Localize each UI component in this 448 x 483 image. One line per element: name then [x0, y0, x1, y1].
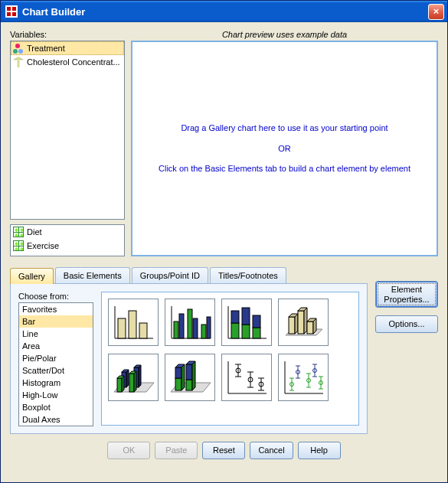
svg-marker-52: [192, 361, 195, 390]
svg-rect-22: [289, 317, 295, 334]
thumb-bar-3d-stacked[interactable]: [165, 354, 215, 401]
panel-variables-list[interactable]: Diet Exercise: [10, 224, 125, 256]
chart-type-pie-polar[interactable]: Pie/Polar: [19, 352, 93, 364]
reset-button[interactable]: Reset: [202, 442, 245, 459]
svg-rect-16: [231, 311, 239, 323]
svg-marker-40: [139, 365, 141, 387]
close-button[interactable]: ×: [428, 4, 444, 20]
variables-column: Variables: Treatment Cholesterol Concent…: [10, 30, 125, 256]
element-properties-button[interactable]: Element Properties...: [375, 281, 438, 308]
chart-type-area[interactable]: Area: [19, 340, 93, 352]
side-buttons: Element Properties... Options...: [375, 267, 438, 333]
svg-marker-43: [134, 371, 136, 392]
chart-type-scatter-dot[interactable]: Scatter/Dot: [19, 364, 93, 377]
chart-type-boxplot[interactable]: Boxplot: [19, 401, 93, 413]
variables-label: Variables:: [10, 30, 125, 39]
chart-type-list[interactable]: Favorites Bar Line Area Pie/Polar Scatte…: [18, 302, 93, 426]
top-row: Variables: Treatment Cholesterol Concent…: [10, 30, 438, 256]
grid-icon: [13, 227, 24, 237]
svg-marker-24: [295, 314, 298, 334]
svg-marker-34: [126, 370, 129, 387]
svg-rect-49: [186, 380, 192, 390]
preview-instruction-2: Click on the Basic Elements tab to build…: [159, 163, 410, 175]
chart-type-line[interactable]: Line: [19, 328, 93, 340]
svg-rect-8: [179, 314, 184, 338]
paste-button: Paste: [155, 442, 198, 459]
svg-rect-2: [118, 318, 126, 338]
tabs-area: Gallery Basic Elements Groups/Point ID T…: [10, 267, 368, 434]
client-area: Variables: Treatment Cholesterol Concent…: [1, 22, 447, 482]
tab-gallery[interactable]: Gallery: [10, 268, 54, 284]
svg-rect-3: [129, 311, 136, 338]
choose-column: Choose from: Favorites Bar Line Area Pie…: [18, 292, 93, 426]
thumb-bar-clustered[interactable]: [165, 299, 215, 346]
svg-rect-19: [253, 328, 260, 338]
svg-rect-46: [175, 367, 181, 378]
help-button[interactable]: Help: [298, 442, 341, 459]
chart-type-high-low[interactable]: High-Low: [19, 389, 93, 401]
variable-name: Cholesterol Concentrat...: [27, 57, 120, 67]
chart-type-favorites[interactable]: Favorites: [19, 303, 93, 315]
svg-rect-11: [201, 325, 206, 338]
ok-button: OK: [107, 442, 150, 459]
chart-type-histogram[interactable]: Histogram: [19, 377, 93, 389]
chart-type-bar[interactable]: Bar: [19, 315, 93, 328]
svg-marker-27: [304, 308, 307, 334]
thumbnails-frame: [101, 292, 359, 426]
app-icon: [5, 5, 18, 18]
svg-rect-12: [207, 317, 211, 338]
svg-marker-37: [122, 376, 124, 392]
variable-name: Diet: [27, 227, 42, 237]
thumb-bar-stacked[interactable]: [221, 299, 272, 346]
nominal-icon: [13, 43, 24, 54]
preview-column: Chart preview uses example data Drag a G…: [131, 30, 438, 256]
variable-item[interactable]: Cholesterol Concentrat...: [11, 55, 124, 69]
svg-rect-41: [129, 374, 134, 392]
bottom-buttons: OK Paste Reset Cancel Help: [10, 434, 438, 462]
svg-rect-18: [242, 308, 250, 325]
tab-titles-footnotes[interactable]: Titles/Footnotes: [210, 267, 286, 283]
variable-item[interactable]: Treatment: [11, 41, 124, 55]
mid-row: Gallery Basic Elements Groups/Point ID T…: [10, 267, 438, 434]
svg-rect-15: [231, 323, 239, 338]
thumb-bar-simple[interactable]: [108, 299, 159, 346]
svg-marker-30: [313, 318, 316, 334]
preview-instruction-or: OR: [278, 143, 291, 155]
tab-basic-elements[interactable]: Basic Elements: [55, 267, 130, 283]
thumb-error-bar-clustered[interactable]: [278, 354, 329, 401]
thumb-error-bar-simple[interactable]: [221, 354, 272, 401]
svg-rect-50: [186, 364, 192, 380]
svg-marker-48: [181, 364, 185, 390]
chart-type-dual-axes[interactable]: Dual Axes: [19, 413, 93, 426]
svg-rect-25: [298, 311, 304, 334]
gallery-panel: Choose from: Favorites Bar Line Area Pie…: [10, 284, 368, 434]
panel-variable-item[interactable]: Exercise: [11, 239, 124, 253]
window-title: Chart Builder: [22, 6, 85, 18]
chart-builder-window: Chart Builder × Variables: Treatment Cho…: [0, 0, 448, 483]
grid-icon: [13, 240, 24, 251]
variable-name: Exercise: [27, 241, 59, 250]
chart-preview-canvas[interactable]: Drag a Gallery chart here to use it as y…: [131, 41, 438, 256]
svg-rect-45: [175, 378, 181, 390]
svg-rect-9: [188, 309, 192, 338]
svg-rect-20: [253, 315, 260, 328]
svg-rect-4: [139, 323, 147, 338]
thumb-bar-3d-clustered[interactable]: [108, 354, 159, 401]
variables-list[interactable]: Treatment Cholesterol Concentrat...: [10, 41, 125, 220]
variable-name: Treatment: [27, 44, 65, 53]
svg-rect-28: [307, 321, 313, 334]
preview-instruction-1: Drag a Gallery chart here to use it as y…: [181, 122, 388, 134]
svg-rect-7: [174, 321, 178, 338]
scale-icon: [13, 57, 24, 67]
tab-groups-point-id[interactable]: Groups/Point ID: [132, 267, 208, 283]
options-button[interactable]: Options...: [375, 315, 438, 333]
panel-variable-item[interactable]: Diet: [11, 225, 124, 239]
svg-rect-17: [242, 325, 250, 338]
tabstrip: Gallery Basic Elements Groups/Point ID T…: [10, 267, 368, 284]
titlebar: Chart Builder ×: [1, 1, 447, 22]
svg-rect-35: [117, 378, 122, 392]
preview-label: Chart preview uses example data: [131, 30, 438, 39]
thumb-bar-3d-simple[interactable]: [278, 299, 329, 346]
cancel-button[interactable]: Cancel: [250, 442, 293, 459]
choose-label: Choose from:: [18, 292, 93, 301]
